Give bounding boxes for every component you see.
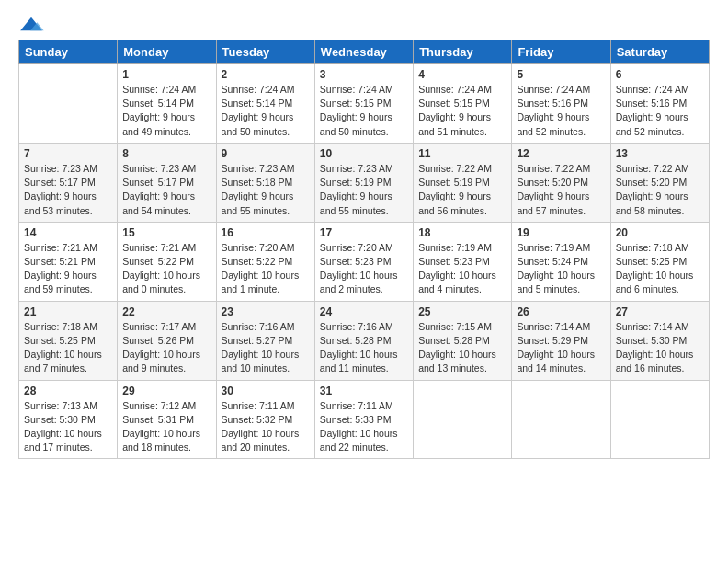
day-info-line: Daylight: 10 hours xyxy=(122,428,200,439)
day-number: 7 xyxy=(24,147,112,160)
calendar-week-3: 14Sunrise: 7:21 AMSunset: 5:21 PMDayligh… xyxy=(19,222,710,301)
day-info-line: Sunrise: 7:17 AM xyxy=(122,321,196,332)
day-info-line: Sunrise: 7:24 AM xyxy=(122,84,196,95)
day-info-line: Daylight: 9 hours xyxy=(222,190,294,201)
calendar-cell: 5Sunrise: 7:24 AMSunset: 5:16 PMDaylight… xyxy=(512,64,610,144)
day-header-tuesday: Tuesday xyxy=(216,40,314,64)
day-info-line: and 2 minutes. xyxy=(320,283,383,294)
calendar-cell xyxy=(512,380,610,459)
day-info-line: Sunset: 5:17 PM xyxy=(122,177,194,188)
calendar-cell xyxy=(414,380,512,459)
day-number: 23 xyxy=(222,305,310,318)
day-info: Sunrise: 7:22 AMSunset: 5:20 PMDaylight:… xyxy=(517,162,605,218)
day-info-line: Sunrise: 7:23 AM xyxy=(320,163,393,174)
day-info-line: Sunrise: 7:16 AM xyxy=(320,321,393,332)
day-info-line: Sunrise: 7:16 AM xyxy=(222,321,295,332)
day-info-line: Sunrise: 7:12 AM xyxy=(122,400,196,411)
day-info-line: Sunrise: 7:13 AM xyxy=(24,400,97,411)
day-info: Sunrise: 7:14 AMSunset: 5:30 PMDaylight:… xyxy=(616,320,704,376)
calendar-week-5: 28Sunrise: 7:13 AMSunset: 5:30 PMDayligh… xyxy=(19,380,710,459)
day-info-line: Daylight: 9 hours xyxy=(616,111,688,122)
day-info-line: Sunset: 5:14 PM xyxy=(122,98,194,109)
day-info-line: Sunset: 5:25 PM xyxy=(24,335,96,346)
day-info-line: Sunrise: 7:19 AM xyxy=(418,242,492,253)
day-info-line: Sunrise: 7:22 AM xyxy=(616,163,689,174)
day-info-line: Sunset: 5:22 PM xyxy=(222,256,293,267)
day-info: Sunrise: 7:22 AMSunset: 5:19 PMDaylight:… xyxy=(418,162,506,218)
day-number: 21 xyxy=(24,305,112,318)
day-info-line: Sunset: 5:22 PM xyxy=(122,256,194,267)
calendar-cell: 18Sunrise: 7:19 AMSunset: 5:23 PMDayligh… xyxy=(414,222,512,301)
day-info-line: and 6 minutes. xyxy=(616,283,679,294)
day-info-line: and 57 minutes. xyxy=(517,205,586,216)
day-info-line: Sunset: 5:30 PM xyxy=(616,335,688,346)
day-number: 31 xyxy=(320,385,408,397)
day-info-line: Sunrise: 7:22 AM xyxy=(418,163,492,174)
day-info-line: and 11 minutes. xyxy=(320,362,389,373)
day-info-line: Sunrise: 7:23 AM xyxy=(122,163,196,174)
day-info-line: and 50 minutes. xyxy=(320,126,389,137)
day-info-line: Sunrise: 7:21 AM xyxy=(24,242,97,253)
day-info-line: Sunrise: 7:14 AM xyxy=(616,321,689,332)
day-number: 27 xyxy=(616,305,704,318)
day-info-line: Daylight: 10 hours xyxy=(616,270,694,281)
calendar-cell: 22Sunrise: 7:17 AMSunset: 5:26 PMDayligh… xyxy=(118,301,216,380)
day-info-line: and 55 minutes. xyxy=(222,205,290,216)
day-number: 14 xyxy=(24,226,112,239)
calendar-cell: 16Sunrise: 7:20 AMSunset: 5:22 PMDayligh… xyxy=(216,222,314,301)
calendar-cell: 21Sunrise: 7:18 AMSunset: 5:25 PMDayligh… xyxy=(19,301,118,380)
day-info-line: Sunrise: 7:18 AM xyxy=(616,242,689,253)
day-info: Sunrise: 7:16 AMSunset: 5:27 PMDaylight:… xyxy=(222,320,310,376)
calendar-cell: 26Sunrise: 7:14 AMSunset: 5:29 PMDayligh… xyxy=(512,301,610,380)
page-header xyxy=(18,15,710,34)
day-info: Sunrise: 7:24 AMSunset: 5:14 PMDaylight:… xyxy=(222,83,310,139)
calendar-cell: 29Sunrise: 7:12 AMSunset: 5:31 PMDayligh… xyxy=(118,380,216,459)
day-info-line: Sunset: 5:19 PM xyxy=(418,177,490,188)
day-info-line: Sunrise: 7:24 AM xyxy=(517,84,590,95)
day-info-line: Daylight: 10 hours xyxy=(320,270,398,281)
day-info-line: Daylight: 9 hours xyxy=(320,111,392,122)
day-info-line: and 1 minute. xyxy=(222,283,280,294)
day-header-thursday: Thursday xyxy=(414,40,512,64)
logo xyxy=(18,15,48,34)
calendar-cell: 20Sunrise: 7:18 AMSunset: 5:25 PMDayligh… xyxy=(610,222,709,301)
calendar-cell: 3Sunrise: 7:24 AMSunset: 5:15 PMDaylight… xyxy=(314,64,413,144)
day-info-line: Sunset: 5:21 PM xyxy=(24,256,96,267)
day-info-line: Sunset: 5:28 PM xyxy=(320,335,392,346)
day-info-line: Daylight: 10 hours xyxy=(517,270,595,281)
day-header-sunday: Sunday xyxy=(19,40,118,64)
day-info-line: Sunset: 5:24 PM xyxy=(517,256,588,267)
day-info-line: Sunrise: 7:24 AM xyxy=(222,84,295,95)
day-info-line: and 13 minutes. xyxy=(418,362,487,373)
day-info-line: Sunrise: 7:23 AM xyxy=(24,163,97,174)
day-info-line: Sunset: 5:32 PM xyxy=(222,414,293,425)
day-info-line: Sunrise: 7:21 AM xyxy=(122,242,196,253)
day-number: 19 xyxy=(517,226,605,239)
day-info: Sunrise: 7:14 AMSunset: 5:29 PMDaylight:… xyxy=(517,320,605,376)
day-info-line: Daylight: 10 hours xyxy=(418,349,496,360)
day-info-line: and 54 minutes. xyxy=(122,205,191,216)
calendar-cell: 19Sunrise: 7:19 AMSunset: 5:24 PMDayligh… xyxy=(512,222,610,301)
day-info-line: Sunset: 5:19 PM xyxy=(320,177,392,188)
calendar-cell: 30Sunrise: 7:11 AMSunset: 5:32 PMDayligh… xyxy=(216,380,314,459)
day-info-line: Daylight: 10 hours xyxy=(122,349,200,360)
day-header-friday: Friday xyxy=(512,40,610,64)
day-info-line: Sunrise: 7:20 AM xyxy=(320,242,393,253)
calendar-week-1: 1Sunrise: 7:24 AMSunset: 5:14 PMDaylight… xyxy=(19,64,710,144)
day-number: 22 xyxy=(122,305,210,318)
day-info-line: and 53 minutes. xyxy=(24,205,93,216)
day-info-line: Daylight: 10 hours xyxy=(222,349,300,360)
day-info: Sunrise: 7:16 AMSunset: 5:28 PMDaylight:… xyxy=(320,320,408,376)
day-info-line: Sunset: 5:20 PM xyxy=(616,177,688,188)
day-info-line: and 17 minutes. xyxy=(24,442,93,453)
day-info: Sunrise: 7:11 AMSunset: 5:33 PMDaylight:… xyxy=(320,399,408,455)
calendar-cell: 4Sunrise: 7:24 AMSunset: 5:15 PMDaylight… xyxy=(414,64,512,144)
day-info: Sunrise: 7:19 AMSunset: 5:23 PMDaylight:… xyxy=(418,241,506,297)
day-info: Sunrise: 7:23 AMSunset: 5:18 PMDaylight:… xyxy=(222,162,310,218)
day-info-line: Sunset: 5:28 PM xyxy=(418,335,490,346)
day-info: Sunrise: 7:24 AMSunset: 5:16 PMDaylight:… xyxy=(616,83,704,139)
day-info-line: Daylight: 9 hours xyxy=(616,190,688,201)
day-number: 28 xyxy=(24,385,112,397)
calendar-week-2: 7Sunrise: 7:23 AMSunset: 5:17 PMDaylight… xyxy=(19,143,710,222)
day-info-line: Sunrise: 7:18 AM xyxy=(24,321,97,332)
